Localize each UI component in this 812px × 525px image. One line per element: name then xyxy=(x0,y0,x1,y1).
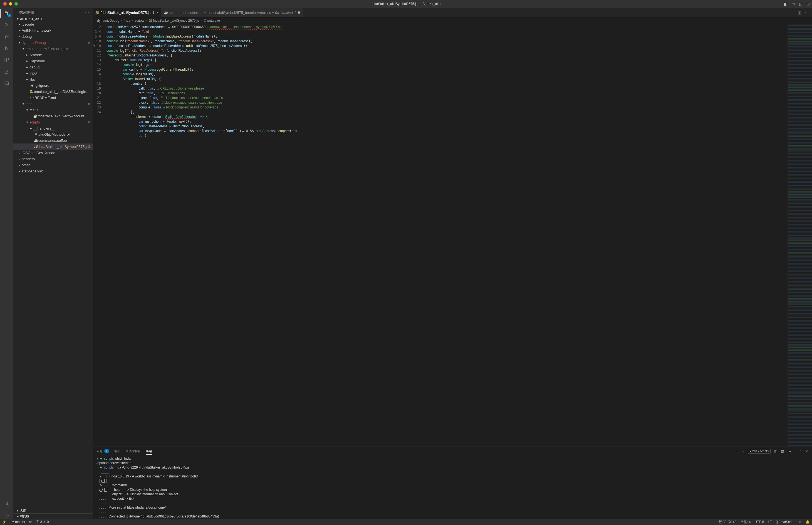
settings-gear-icon[interactable] xyxy=(3,512,10,519)
language-mode[interactable]: {} JavaScript xyxy=(776,520,794,524)
editor-tabs: JSfridaStalker_akdSymbol2575.js3×☕comman… xyxy=(93,8,812,17)
editor-group: JSfridaStalker_akdSymbol2575.js3×☕comman… xyxy=(93,8,812,519)
file-item[interactable]: JSfridaStalker_akdSymbol2575.js3 xyxy=(13,144,93,150)
accounts-icon[interactable] xyxy=(3,500,10,507)
file-item[interactable]: ≡akdObjcMethods.txt xyxy=(13,131,93,137)
tab-output[interactable]: 输出 xyxy=(114,449,120,453)
eol[interactable]: LF xyxy=(768,520,772,524)
split-editor-icon[interactable]: ◫ xyxy=(798,11,801,15)
file-item[interactable]: ☕fridatrace_akd_verifyAccount.coffee xyxy=(13,113,93,119)
terminal-selector[interactable]: ▸ zsh - scripts xyxy=(748,449,770,453)
breadcrumb-item[interactable]: scripts xyxy=(135,19,144,22)
explorer-badge: 1 xyxy=(7,14,11,17)
chevron-right-icon: › xyxy=(146,19,147,22)
layout-icon[interactable]: ◧ xyxy=(784,2,787,6)
folder-item[interactable]: ▸debug xyxy=(13,33,93,40)
folder-item[interactable]: ▸iOSOpenDev_Xcode xyxy=(13,150,93,156)
explorer-icon[interactable]: 1 xyxy=(3,10,10,17)
cursor-position[interactable]: 行 39, 列 48 xyxy=(719,520,736,524)
breadcrumb-item[interactable]: frida xyxy=(124,19,130,22)
folder-item[interactable]: ▸staticAnalysic xyxy=(13,168,93,174)
panel-close-icon[interactable]: ✕ xyxy=(805,449,808,453)
folder-item[interactable]: ▸debug xyxy=(13,64,93,70)
panel-collapse-icon[interactable]: ˅ xyxy=(800,449,802,453)
git-branch[interactable]: ⎇ master xyxy=(10,520,25,524)
item-label: fridaStalker_akdSymbol2575.js xyxy=(39,145,88,149)
chevron-icon: ▸ xyxy=(17,151,22,155)
file-item[interactable]: ☕commands.coffee xyxy=(13,137,93,144)
folder-item[interactable]: ▸input xyxy=(13,70,93,76)
tab-close-icon[interactable]: × xyxy=(156,10,158,15)
code-area[interactable]: const akdSymbol2575_functionAddress = 0x… xyxy=(104,24,787,447)
breadcrumb-item[interactable]: JS fridaStalker_akdSymbol2575.js xyxy=(149,19,199,22)
editor-tab[interactable]: ☕commands.coffee xyxy=(161,8,201,17)
panel-maximize-icon[interactable]: ˄ xyxy=(795,449,796,453)
encoding[interactable]: UTF-8 xyxy=(754,520,764,524)
sidebar-title: 资源管理器 xyxy=(19,11,34,15)
outline-section[interactable]: ▸大纲 xyxy=(13,508,93,513)
problems-count: 3 xyxy=(104,449,109,453)
workspace-header[interactable]: ▾AUTHKIT_AKD xyxy=(13,16,93,21)
folder-item[interactable]: ▸libs xyxy=(13,76,93,82)
folder-item[interactable]: ▾frida xyxy=(13,101,93,107)
folder-item[interactable]: ▸.vscode xyxy=(13,52,93,58)
search-icon[interactable] xyxy=(3,22,10,28)
folder-item[interactable]: ▾emulate_arm / unicorn_akd xyxy=(13,46,93,52)
folder-item[interactable]: ▾dynamicDebug xyxy=(13,40,93,46)
indent-setting[interactable]: 空格: 4 xyxy=(740,520,751,524)
panel-more-icon[interactable]: ⋯ xyxy=(787,449,791,453)
editor-tab[interactable]: ≡const akdSymbol2575_functionAddress = 0… xyxy=(201,8,303,17)
split-icon[interactable]: ◫ xyxy=(799,2,802,6)
folder-item[interactable]: ▸headers xyxy=(13,156,93,162)
folder-item[interactable]: ▸other xyxy=(13,162,93,168)
breadcrumb[interactable]: dynamicDebug›frida›scripts›JS fridaStalk… xyxy=(93,17,812,24)
folder-item[interactable]: ▾result xyxy=(13,107,93,113)
feedback-icon[interactable]: ☺ xyxy=(798,520,802,524)
item-label: .gitignore xyxy=(34,84,49,88)
split-terminal-icon[interactable]: ◫ xyxy=(774,449,777,453)
customize-icon[interactable]: ⊞ xyxy=(807,2,810,6)
folder-item[interactable]: ▸__handlers__ xyxy=(13,125,93,131)
terminal-output[interactable]: ● ➜ scripts which frida/opt/homebrew/bin… xyxy=(93,455,812,519)
tab-debug-console[interactable]: 调试控制台 xyxy=(125,449,141,453)
panel-icon[interactable]: ▭ xyxy=(792,2,795,6)
chevron-icon: ▸ xyxy=(25,65,29,69)
remote-indicator[interactable]: ⚡ xyxy=(2,520,6,524)
kill-terminal-icon[interactable]: 🗑 xyxy=(781,449,784,453)
notifications-icon[interactable]: 🔔 xyxy=(806,520,810,524)
source-control-icon[interactable] xyxy=(3,33,10,40)
item-label: .vscode xyxy=(29,53,42,57)
file-item[interactable]: ⓘREADME.md xyxy=(13,94,93,101)
tab-terminal[interactable]: 终端 xyxy=(146,449,152,455)
tab-label: commands.coffee xyxy=(170,11,198,15)
file-icon: ≡ xyxy=(33,132,39,136)
testing-icon[interactable] xyxy=(3,69,10,75)
file-item[interactable]: 🐍emulate_akd_getIDMSRoutingInfo.py xyxy=(13,88,93,94)
new-terminal-icon[interactable]: ＋ xyxy=(734,449,738,453)
breadcrumb-item[interactable]: ⬡ onLeave xyxy=(204,19,220,22)
sidebar-more-icon[interactable]: ⋯ xyxy=(85,10,89,15)
terminal-line: . . . . Connected to iPhone (id=abdc0dd9… xyxy=(96,514,808,519)
editor-tab[interactable]: JSfridaStalker_akdSymbol2575.js3× xyxy=(93,8,161,17)
tab-problems[interactable]: 问题3 xyxy=(96,449,109,453)
breadcrumb-item[interactable]: dynamicDebug xyxy=(97,19,119,22)
folder-item[interactable]: ▾scripts xyxy=(13,119,93,125)
run-debug-icon[interactable] xyxy=(3,45,10,52)
item-label: commands.coffee xyxy=(39,138,67,142)
extensions-icon[interactable] xyxy=(3,57,10,63)
timeline-section[interactable]: ▸时间线 xyxy=(13,513,93,519)
git-sync[interactable]: ⟳ xyxy=(29,520,32,524)
folder-item[interactable]: ▸.vscode xyxy=(13,21,93,27)
editor[interactable]: 1 2 3 4 5 6 7 8 9 10 11 12 13 14 15 16 1… xyxy=(93,24,812,447)
more-actions-icon[interactable]: ⋯ xyxy=(805,11,809,15)
line-gutter: 1 2 3 4 5 6 7 8 9 10 11 12 13 14 15 16 1… xyxy=(93,24,104,447)
chevron-icon: ▸ xyxy=(17,169,22,173)
file-item[interactable]: ◆.gitignore xyxy=(13,82,93,88)
item-label: other xyxy=(22,163,30,167)
folder-item[interactable]: ▸Capstone xyxy=(13,58,93,64)
folder-item[interactable]: ▸AuthKit.framework xyxy=(13,27,93,33)
status-problems[interactable]: ⓧ 3 ⚠ 0 xyxy=(36,520,49,524)
terminal-dropdown-icon[interactable]: ⌄ xyxy=(741,449,745,453)
minimap[interactable] xyxy=(787,24,812,447)
remote-icon[interactable] xyxy=(3,80,10,87)
